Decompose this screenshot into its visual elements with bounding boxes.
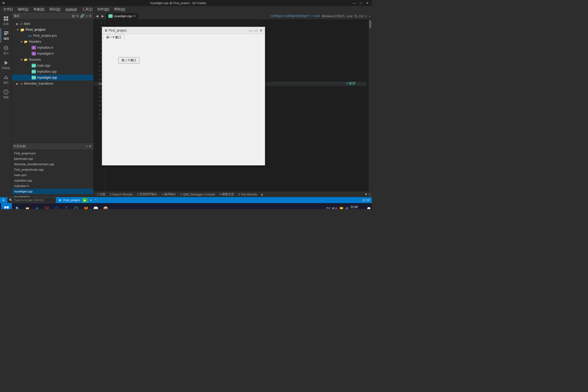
nav-back-icon[interactable]: ◀ <box>95 14 99 18</box>
editor-tab-mywidget[interactable]: c++ mywidget.cpp ✕ <box>106 13 138 19</box>
preview-title-label: First_project <box>109 29 127 32</box>
scrollbar-thumb[interactable] <box>369 20 371 28</box>
bottom-collapse-icon[interactable]: ▼ <box>365 192 368 196</box>
taskbar-teams[interactable]: T <box>62 204 71 209</box>
taskbar-explorer[interactable]: 📁 <box>23 204 32 209</box>
filter-icon[interactable]: ⊞ <box>72 14 75 18</box>
menu-debug[interactable]: 调试(D) <box>47 7 63 12</box>
tree-item-bars[interactable]: ▶ ⚠ bars <box>12 21 93 27</box>
doc-mybutton-h[interactable]: mybutton.h <box>12 183 93 189</box>
tree-label-sources: Sources <box>29 58 41 62</box>
bottom-tab-compile-output[interactable]: 4 编译输出 <box>160 192 178 197</box>
tree-item-itemview[interactable]: ▶ ⚠ itemview_transitions <box>12 81 93 87</box>
doc-first-project-main[interactable]: First_project/main.cpp <box>12 167 93 172</box>
locate-search[interactable]: 🔍 Type to locate (Ctrl+K) <box>7 197 56 203</box>
add-editor-icon[interactable]: + <box>369 14 371 18</box>
taskbar-unknown[interactable]: 📦 <box>101 204 110 209</box>
taskbar-qt-creator[interactable]: Q <box>72 204 81 209</box>
taskbar-edge[interactable]: e <box>33 204 41 209</box>
menu-edit[interactable]: 编辑(E) <box>16 7 31 12</box>
preview-tabs: 第一个窗口 <box>102 34 265 41</box>
sync-icon[interactable]: ↻ <box>76 14 79 18</box>
svg-rect-14 <box>4 209 6 209</box>
arrow-first-project: ▼ <box>16 28 19 31</box>
sidebar-help[interactable]: ? 帮助 <box>1 87 11 101</box>
preview-btn-second-window[interactable]: 第二个窗口 <box>118 57 139 63</box>
doc-mybutton-cpp[interactable]: mybutton.cpp <box>12 178 93 183</box>
doc-mywidget-cpp[interactable]: mywidget.cpp <box>12 189 93 194</box>
status-step-icon[interactable]: ↩ <box>90 198 92 202</box>
preview-maximize[interactable]: □ <box>255 28 257 33</box>
taskbar-wechat[interactable]: 💬 <box>91 204 100 209</box>
doc-mywidget-h[interactable]: mywidget.h <box>12 194 93 197</box>
sidebar-welcome[interactable]: 欢迎 <box>1 14 11 28</box>
sidebar-edit[interactable]: 编辑 <box>1 28 11 42</box>
tree-item-mybutton-h[interactable]: h mybutton.h <box>12 45 93 51</box>
taskbar-outlook[interactable]: O <box>52 204 61 209</box>
tree-item-first-project[interactable]: ▼ 📁 First_project <box>12 27 93 33</box>
bottom-tab-qml-debug[interactable]: 5 QML Debugger Console <box>178 192 217 197</box>
weather-info: 7°C 多云 <box>326 207 338 209</box>
tree-item-mywidget-cpp[interactable]: c++ mywidget.cpp <box>12 75 93 81</box>
link-icon[interactable]: 🔗 <box>80 14 84 18</box>
bottom-tab-expand[interactable]: ▲ <box>259 192 265 196</box>
doc-main-qml[interactable]: main.qml <box>12 172 93 178</box>
status-left: ☰ 🔍 Type to locate (Ctrl+K) 🖥 First_proj… <box>2 197 98 203</box>
bottom-tab-app-output[interactable]: 3 应用程序输出 <box>135 192 160 197</box>
tree-item-main-cpp[interactable]: c++ main.cpp <box>12 63 93 69</box>
folder-icon-sources: 📂 <box>24 58 28 62</box>
sidebar-debug[interactable]: Debug <box>1 58 11 72</box>
taskbar-office[interactable]: W <box>42 204 51 209</box>
status-build-icon[interactable]: 🔨 <box>94 198 98 202</box>
open-docs-add[interactable]: + <box>85 144 88 148</box>
menu-build[interactable]: 构建(B) <box>31 7 47 12</box>
bottom-tab-issues[interactable]: 1 问题 <box>95 192 108 197</box>
start-button[interactable] <box>1 203 12 209</box>
toolbar-info: myWidget::myWidget(QWidget *) -> void Wi… <box>271 14 371 18</box>
svg-rect-4 <box>4 32 8 32</box>
status-run-icon[interactable]: ▶ <box>82 198 88 203</box>
tab-close-icon[interactable]: ✕ <box>133 14 136 18</box>
taskbar-search[interactable]: 🔍 <box>13 204 22 209</box>
bottom-tab-search-results[interactable]: 2 Search Results <box>108 192 135 197</box>
taskbar-notification[interactable]: 💬 <box>367 207 371 209</box>
close-panel-icon[interactable]: ✕ <box>89 14 92 18</box>
sidebar-toggle[interactable]: ☰ <box>2 198 5 202</box>
menu-help[interactable]: 帮助(H) <box>112 7 127 12</box>
open-docs-close[interactable]: ✕ <box>89 144 92 148</box>
bottom-expand-icon[interactable]: □ <box>369 192 371 196</box>
bottom-panel-area: 1 问题 2 Search Results 3 应用程序输出 4 编译输出 5 <box>94 191 372 197</box>
bottom-tab-summary[interactable]: 6 概要信息 <box>217 192 236 197</box>
sidebar-design[interactable]: 设计 <box>1 43 11 57</box>
preview-minimize[interactable]: — <box>249 28 253 33</box>
menu-file[interactable]: 文件F) <box>1 7 15 12</box>
tree-item-mywidget-h[interactable]: h mywidget.h <box>12 51 93 57</box>
line-num-13: 13 <box>94 73 102 77</box>
tree-item-headers[interactable]: ▼ 📂 Headers <box>12 39 93 45</box>
editor-scrollbar[interactable] <box>369 20 372 191</box>
line-num-4: 4 <box>94 34 102 38</box>
nav-forward-icon[interactable]: ▶ <box>100 14 105 18</box>
tree-label-mywidget-h: mywidget.h <box>37 52 54 56</box>
menu-analyze[interactable]: Analyze <box>63 7 79 12</box>
tree-item-sources[interactable]: ▼ 📂 Sources <box>12 57 93 63</box>
preview-title-bar: 🖥 First_project — □ ✕ <box>102 27 265 34</box>
tree-item-first-project-pro[interactable]: .pro First_project.pro <box>12 33 93 39</box>
taskbar-right: 7°C 多云 📶 🔊 22:08 2021/10/21 💬 <box>326 205 371 209</box>
taskbar-browser[interactable]: 🦊 <box>82 204 90 209</box>
sidebar-project[interactable]: 项目 <box>1 72 11 87</box>
maximize-button[interactable]: □ <box>359 1 363 5</box>
menu-widgets[interactable]: 控件(W) <box>95 7 111 12</box>
tree-item-mybutton-cpp[interactable]: c++ mybutton.cpp <box>12 69 93 75</box>
bottom-tab-test-results[interactable]: 8 Test Results <box>236 192 259 197</box>
preview-close[interactable]: ✕ <box>259 28 263 33</box>
preview-tab-first[interactable]: 第一个窗口 <box>103 35 124 40</box>
doc-first-project-pro[interactable]: First_project.pro <box>12 151 93 156</box>
doc-bars-main[interactable]: bars/main.cpp <box>12 156 93 161</box>
close-button[interactable]: ✕ <box>365 1 370 5</box>
minimize-button[interactable]: — <box>351 1 357 5</box>
tree-label-mywidget-cpp: mywidget.cpp <box>37 76 57 79</box>
doc-itemview-main[interactable]: itemview_transitions/main.cpp <box>12 161 93 167</box>
add-icon[interactable]: + <box>85 14 88 18</box>
menu-tools[interactable]: 工具(T) <box>80 7 95 12</box>
